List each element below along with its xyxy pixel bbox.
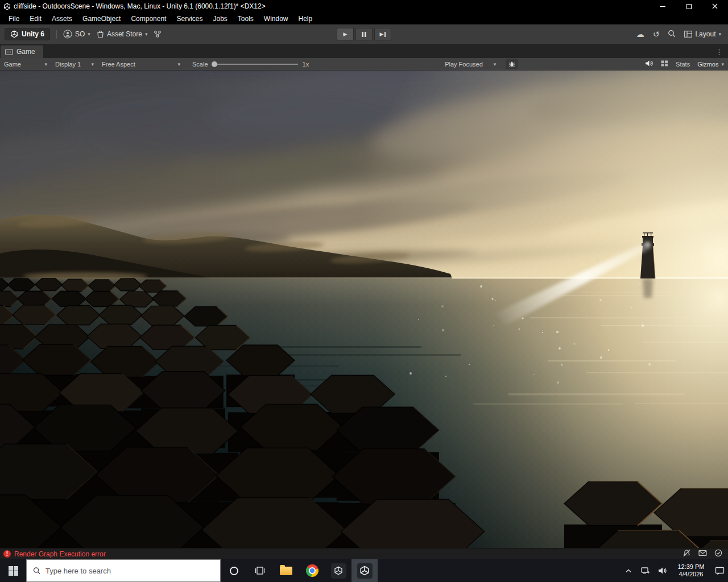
minimize-icon — [660, 6, 665, 7]
file-explorer-button[interactable] — [273, 559, 299, 582]
version-control-button[interactable] — [154, 30, 162, 38]
maximize-icon — [686, 4, 692, 9]
view-tab-bar: Game ⋮ — [0, 44, 728, 58]
collab-mail-icon[interactable] — [698, 550, 707, 558]
render-error-text: Render Graph Execution error — [14, 550, 106, 558]
windows-logo-icon — [9, 566, 18, 576]
stats-button[interactable]: Stats — [676, 61, 690, 68]
game-viewport[interactable] — [0, 70, 728, 548]
task-view-button[interactable] — [247, 559, 273, 582]
chevron-down-icon: ▾ — [721, 61, 724, 67]
version-control-icon — [154, 30, 162, 38]
close-button[interactable] — [702, 0, 728, 13]
scale-value: 1x — [303, 61, 309, 68]
display-dropdown[interactable]: Display 1▾ — [51, 58, 98, 70]
cortana-button[interactable] — [221, 559, 247, 582]
speaker-icon — [658, 567, 667, 575]
game-scene-render — [0, 70, 728, 548]
unity-window: cliffside - OutdoorsScene - Windows, Mac… — [0, 0, 728, 582]
unity-app-icon — [0, 3, 14, 10]
layout-icon — [684, 31, 692, 38]
vsync-button[interactable] — [661, 60, 668, 68]
chevron-down-icon: ▾ — [88, 31, 90, 37]
volume-button[interactable] — [654, 559, 671, 582]
cloud-services-button[interactable]: ☁ — [636, 30, 644, 38]
tab-game[interactable]: Game — [1, 45, 43, 58]
scale-control: Scale 1x — [192, 61, 309, 68]
play-button[interactable]: ▶ — [337, 28, 354, 40]
tab-options-kebab-icon[interactable]: ⋮ — [715, 48, 728, 58]
network-icon — [641, 567, 650, 575]
search-icon — [668, 30, 676, 38]
menu-services[interactable]: Services — [171, 13, 208, 24]
search-button[interactable] — [668, 30, 676, 39]
unity-hub-button[interactable] — [325, 559, 351, 582]
mute-audio-button[interactable] — [645, 60, 653, 68]
aspect-ratio-dropdown[interactable]: Free Aspect▾ — [98, 58, 184, 70]
search-icon — [33, 567, 40, 575]
start-button[interactable] — [0, 559, 26, 582]
status-message[interactable]: ! Render Graph Execution error — [0, 548, 106, 559]
chevron-down-icon: ▾ — [145, 31, 148, 37]
chevron-down-icon: ▾ — [44, 61, 47, 67]
menu-tools[interactable]: Tools — [233, 13, 259, 24]
windows-taskbar: 12:39 PM 4/4/2026 — [0, 559, 728, 582]
menu-edit[interactable]: Edit — [24, 13, 47, 24]
chevron-down-icon: ▾ — [91, 61, 94, 67]
bug-icon — [508, 61, 515, 68]
transport-controls: ▶ ▶ — [337, 28, 391, 40]
network-button[interactable] — [637, 559, 654, 582]
pause-icon — [362, 32, 366, 37]
account-dropdown[interactable]: SO▾ — [63, 30, 90, 39]
close-icon — [712, 3, 718, 9]
progress-check-icon[interactable] — [714, 549, 722, 559]
scale-slider-knob[interactable] — [212, 61, 217, 67]
play-focused-dropdown[interactable]: Play Focused▾ — [441, 58, 500, 70]
chevron-down-icon: ▾ — [718, 31, 721, 37]
status-bar: ! Render Graph Execution error — [0, 548, 728, 559]
menu-file[interactable]: File — [3, 13, 24, 24]
taskbar-search-input[interactable] — [46, 567, 214, 575]
main-toolbar: Unity 6 SO▾ Asset Store▾ ▶ ▶ ☁ ↺ — [0, 24, 728, 44]
notification-icon — [715, 567, 725, 575]
chrome-icon — [306, 564, 318, 577]
unity-editor-button[interactable] — [351, 559, 378, 582]
step-icon: ▶ — [380, 31, 384, 37]
menu-gameobject[interactable]: GameObject — [77, 13, 126, 24]
error-icon: ! — [3, 550, 11, 558]
undo-history-button[interactable]: ↺ — [653, 30, 660, 38]
layout-dropdown[interactable]: Layout▾ — [684, 30, 721, 38]
unity-version-badge[interactable]: Unity 6 — [5, 28, 50, 40]
step-button[interactable]: ▶ — [374, 28, 391, 40]
maximize-button[interactable] — [676, 0, 702, 13]
action-center-button[interactable] — [711, 559, 728, 582]
menu-window[interactable]: Window — [259, 13, 293, 24]
play-icon: ▶ — [344, 31, 348, 37]
game-tab-icon — [5, 49, 13, 55]
game-view-dropdown[interactable]: Game▾ — [0, 58, 51, 70]
toolbar-separator — [56, 30, 57, 39]
debug-button[interactable] — [506, 59, 518, 69]
scale-slider[interactable] — [213, 64, 298, 65]
unity-hub-icon — [331, 563, 346, 579]
unity-editor-icon — [357, 563, 373, 579]
window-title: cliffside - OutdoorsScene - Windows, Mac… — [14, 2, 266, 10]
mute-notifications-icon[interactable] — [682, 549, 691, 559]
menu-jobs[interactable]: Jobs — [208, 13, 232, 24]
menu-help[interactable]: Help — [293, 13, 318, 24]
scale-label: Scale — [192, 61, 208, 68]
asset-store-dropdown[interactable]: Asset Store▾ — [97, 30, 148, 38]
minimize-button[interactable] — [650, 0, 676, 13]
clock-date: 4/4/2026 — [679, 571, 704, 578]
pause-button[interactable] — [355, 28, 373, 40]
cortana-icon — [230, 567, 238, 575]
menu-component[interactable]: Component — [126, 13, 171, 24]
menu-bar: File Edit Assets GameObject Component Se… — [0, 13, 728, 24]
folder-icon — [280, 567, 292, 575]
taskbar-clock[interactable]: 12:39 PM 4/4/2026 — [671, 559, 711, 582]
chrome-button[interactable] — [299, 559, 325, 582]
taskbar-search[interactable] — [26, 559, 221, 582]
gizmos-dropdown[interactable]: Gizmos▾ — [697, 61, 724, 68]
tray-expand-button[interactable] — [620, 559, 637, 582]
menu-assets[interactable]: Assets — [47, 13, 77, 24]
